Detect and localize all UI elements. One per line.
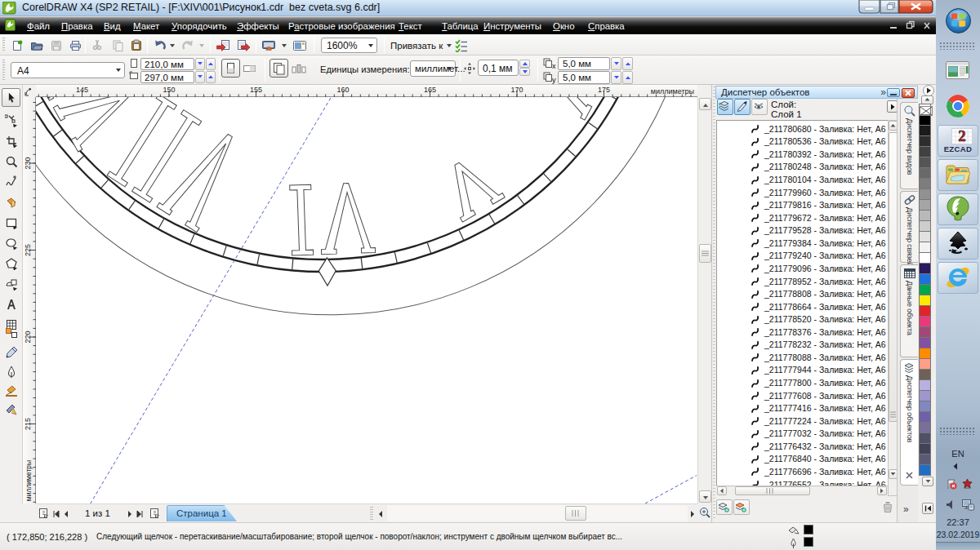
svg-text:170: 170 — [510, 86, 523, 94]
svg-text:2: 2 — [958, 128, 966, 144]
svg-text:225: 225 — [24, 244, 32, 256]
svg-text:175: 175 — [598, 86, 610, 94]
svg-text:145: 145 — [76, 86, 88, 94]
svg-text:155: 155 — [250, 86, 262, 94]
svg-text:160: 160 — [336, 86, 349, 94]
svg-text:165: 165 — [424, 86, 436, 94]
svg-text:миллиметры: миллиметры — [651, 87, 694, 95]
svg-text:150: 150 — [163, 86, 175, 94]
svg-text:миллиметры: миллиметры — [24, 460, 33, 501]
svg-text:230: 230 — [24, 157, 32, 169]
svg-text:220: 220 — [24, 330, 32, 343]
svg-text:215: 215 — [24, 418, 32, 430]
